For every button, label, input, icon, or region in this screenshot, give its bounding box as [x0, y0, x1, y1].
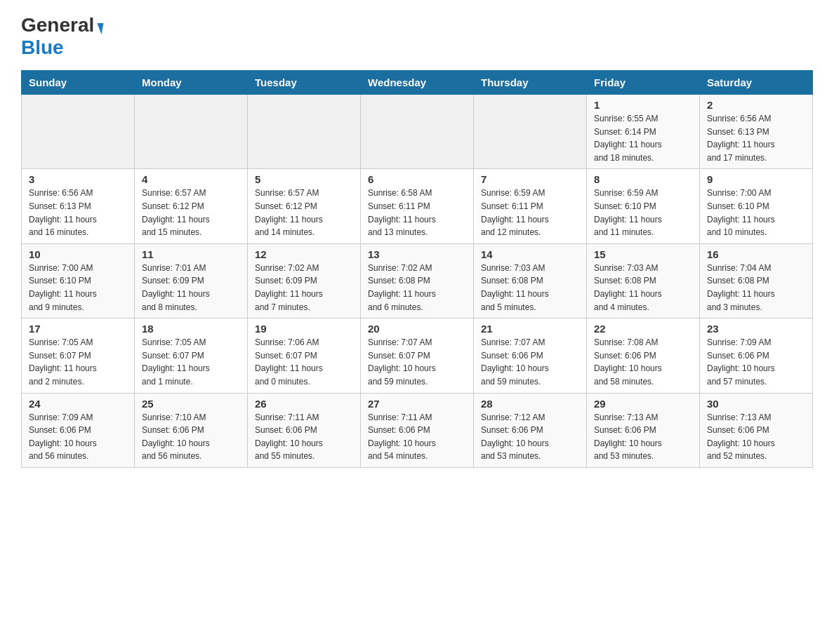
- calendar-cell: 12Sunrise: 7:02 AM Sunset: 6:09 PM Dayli…: [248, 243, 361, 318]
- day-info: Sunrise: 7:13 AM Sunset: 6:06 PM Dayligh…: [707, 411, 805, 463]
- day-info: Sunrise: 7:12 AM Sunset: 6:06 PM Dayligh…: [481, 411, 579, 463]
- day-number: 4: [142, 173, 240, 185]
- day-number: 26: [255, 398, 353, 410]
- day-number: 18: [142, 323, 240, 335]
- calendar-cell: 30Sunrise: 7:13 AM Sunset: 6:06 PM Dayli…: [700, 393, 813, 467]
- calendar-cell: 11Sunrise: 7:01 AM Sunset: 6:09 PM Dayli…: [135, 243, 248, 318]
- day-number: 10: [29, 248, 127, 260]
- day-info: Sunrise: 6:56 AM Sunset: 6:13 PM Dayligh…: [707, 112, 805, 164]
- day-info: Sunrise: 7:04 AM Sunset: 6:08 PM Dayligh…: [707, 262, 805, 314]
- calendar-cell: 27Sunrise: 7:11 AM Sunset: 6:06 PM Dayli…: [361, 393, 474, 467]
- weekday-header-row: SundayMondayTuesdayWednesdayThursdayFrid…: [22, 71, 813, 95]
- day-info: Sunrise: 6:58 AM Sunset: 6:11 PM Dayligh…: [368, 187, 466, 239]
- weekday-header-monday: Monday: [135, 71, 248, 95]
- calendar-cell: 8Sunrise: 6:59 AM Sunset: 6:10 PM Daylig…: [587, 169, 700, 243]
- calendar-cell: 18Sunrise: 7:05 AM Sunset: 6:07 PM Dayli…: [135, 318, 248, 393]
- day-info: Sunrise: 7:03 AM Sunset: 6:08 PM Dayligh…: [594, 262, 692, 314]
- header: General Blue: [21, 14, 813, 59]
- calendar-cell: 13Sunrise: 7:02 AM Sunset: 6:08 PM Dayli…: [361, 243, 474, 318]
- day-info: Sunrise: 6:59 AM Sunset: 6:11 PM Dayligh…: [481, 187, 579, 239]
- day-info: Sunrise: 7:03 AM Sunset: 6:08 PM Dayligh…: [481, 262, 579, 314]
- calendar-week-3: 10Sunrise: 7:00 AM Sunset: 6:10 PM Dayli…: [22, 243, 813, 318]
- day-number: 29: [594, 398, 692, 410]
- calendar-week-5: 24Sunrise: 7:09 AM Sunset: 6:06 PM Dayli…: [22, 393, 813, 467]
- day-number: 6: [368, 173, 466, 185]
- calendar-cell: 1Sunrise: 6:55 AM Sunset: 6:14 PM Daylig…: [587, 95, 700, 169]
- day-info: Sunrise: 6:59 AM Sunset: 6:10 PM Dayligh…: [594, 187, 692, 239]
- day-info: Sunrise: 7:08 AM Sunset: 6:06 PM Dayligh…: [594, 336, 692, 388]
- weekday-header-saturday: Saturday: [700, 71, 813, 95]
- day-number: 11: [142, 248, 240, 260]
- logo: General Blue: [21, 14, 102, 59]
- calendar-cell: 15Sunrise: 7:03 AM Sunset: 6:08 PM Dayli…: [587, 243, 700, 318]
- calendar-cell: 25Sunrise: 7:10 AM Sunset: 6:06 PM Dayli…: [135, 393, 248, 467]
- day-info: Sunrise: 7:11 AM Sunset: 6:06 PM Dayligh…: [255, 411, 353, 463]
- day-number: 5: [255, 173, 353, 185]
- calendar-cell: 5Sunrise: 6:57 AM Sunset: 6:12 PM Daylig…: [248, 169, 361, 243]
- day-info: Sunrise: 7:00 AM Sunset: 6:10 PM Dayligh…: [29, 262, 127, 314]
- day-number: 7: [481, 173, 579, 185]
- day-info: Sunrise: 7:07 AM Sunset: 6:07 PM Dayligh…: [368, 336, 466, 388]
- day-number: 16: [707, 248, 805, 260]
- weekday-header-wednesday: Wednesday: [361, 71, 474, 95]
- calendar-cell: 23Sunrise: 7:09 AM Sunset: 6:06 PM Dayli…: [700, 318, 813, 393]
- day-info: Sunrise: 7:09 AM Sunset: 6:06 PM Dayligh…: [707, 336, 805, 388]
- calendar-cell: 29Sunrise: 7:13 AM Sunset: 6:06 PM Dayli…: [587, 393, 700, 467]
- day-number: 8: [594, 173, 692, 185]
- day-number: 13: [368, 248, 466, 260]
- day-number: 23: [707, 323, 805, 335]
- calendar-cell: 3Sunrise: 6:56 AM Sunset: 6:13 PM Daylig…: [22, 169, 135, 243]
- calendar-week-4: 17Sunrise: 7:05 AM Sunset: 6:07 PM Dayli…: [22, 318, 813, 393]
- day-info: Sunrise: 7:09 AM Sunset: 6:06 PM Dayligh…: [29, 411, 127, 463]
- day-number: 17: [29, 323, 127, 335]
- calendar-cell: 22Sunrise: 7:08 AM Sunset: 6:06 PM Dayli…: [587, 318, 700, 393]
- day-info: Sunrise: 7:07 AM Sunset: 6:06 PM Dayligh…: [481, 336, 579, 388]
- calendar-cell: 26Sunrise: 7:11 AM Sunset: 6:06 PM Dayli…: [248, 393, 361, 467]
- day-info: Sunrise: 7:10 AM Sunset: 6:06 PM Dayligh…: [142, 411, 240, 463]
- logo-blue-text: Blue: [21, 36, 64, 59]
- day-number: 27: [368, 398, 466, 410]
- calendar-cell: 24Sunrise: 7:09 AM Sunset: 6:06 PM Dayli…: [22, 393, 135, 467]
- calendar-cell: [22, 95, 135, 169]
- calendar-cell: [474, 95, 587, 169]
- day-number: 28: [481, 398, 579, 410]
- weekday-header-friday: Friday: [587, 71, 700, 95]
- calendar-cell: 7Sunrise: 6:59 AM Sunset: 6:11 PM Daylig…: [474, 169, 587, 243]
- day-info: Sunrise: 6:56 AM Sunset: 6:13 PM Dayligh…: [29, 187, 127, 239]
- calendar-cell: 2Sunrise: 6:56 AM Sunset: 6:13 PM Daylig…: [700, 95, 813, 169]
- calendar-cell: 16Sunrise: 7:04 AM Sunset: 6:08 PM Dayli…: [700, 243, 813, 318]
- calendar-week-1: 1Sunrise: 6:55 AM Sunset: 6:14 PM Daylig…: [22, 95, 813, 169]
- day-number: 20: [368, 323, 466, 335]
- day-info: Sunrise: 7:13 AM Sunset: 6:06 PM Dayligh…: [594, 411, 692, 463]
- day-number: 19: [255, 323, 353, 335]
- day-number: 9: [707, 173, 805, 185]
- calendar-cell: 6Sunrise: 6:58 AM Sunset: 6:11 PM Daylig…: [361, 169, 474, 243]
- weekday-header-thursday: Thursday: [474, 71, 587, 95]
- day-info: Sunrise: 7:02 AM Sunset: 6:08 PM Dayligh…: [368, 262, 466, 314]
- calendar-cell: 9Sunrise: 7:00 AM Sunset: 6:10 PM Daylig…: [700, 169, 813, 243]
- day-number: 15: [594, 248, 692, 260]
- day-info: Sunrise: 7:11 AM Sunset: 6:06 PM Dayligh…: [368, 411, 466, 463]
- day-number: 14: [481, 248, 579, 260]
- calendar-cell: 4Sunrise: 6:57 AM Sunset: 6:12 PM Daylig…: [135, 169, 248, 243]
- calendar-cell: [135, 95, 248, 169]
- day-info: Sunrise: 7:05 AM Sunset: 6:07 PM Dayligh…: [29, 336, 127, 388]
- day-info: Sunrise: 6:57 AM Sunset: 6:12 PM Dayligh…: [255, 187, 353, 239]
- calendar-week-2: 3Sunrise: 6:56 AM Sunset: 6:13 PM Daylig…: [22, 169, 813, 243]
- day-number: 3: [29, 173, 127, 185]
- calendar-cell: [361, 95, 474, 169]
- day-number: 21: [481, 323, 579, 335]
- calendar-cell: 21Sunrise: 7:07 AM Sunset: 6:06 PM Dayli…: [474, 318, 587, 393]
- day-info: Sunrise: 6:55 AM Sunset: 6:14 PM Dayligh…: [594, 112, 692, 164]
- calendar-cell: [248, 95, 361, 169]
- calendar-cell: 20Sunrise: 7:07 AM Sunset: 6:07 PM Dayli…: [361, 318, 474, 393]
- calendar-cell: 14Sunrise: 7:03 AM Sunset: 6:08 PM Dayli…: [474, 243, 587, 318]
- day-number: 2: [707, 99, 805, 111]
- day-number: 30: [707, 398, 805, 410]
- weekday-header-tuesday: Tuesday: [248, 71, 361, 95]
- calendar-cell: 28Sunrise: 7:12 AM Sunset: 6:06 PM Dayli…: [474, 393, 587, 467]
- day-info: Sunrise: 7:01 AM Sunset: 6:09 PM Dayligh…: [142, 262, 240, 314]
- calendar-cell: 17Sunrise: 7:05 AM Sunset: 6:07 PM Dayli…: [22, 318, 135, 393]
- day-number: 12: [255, 248, 353, 260]
- day-number: 1: [594, 99, 692, 111]
